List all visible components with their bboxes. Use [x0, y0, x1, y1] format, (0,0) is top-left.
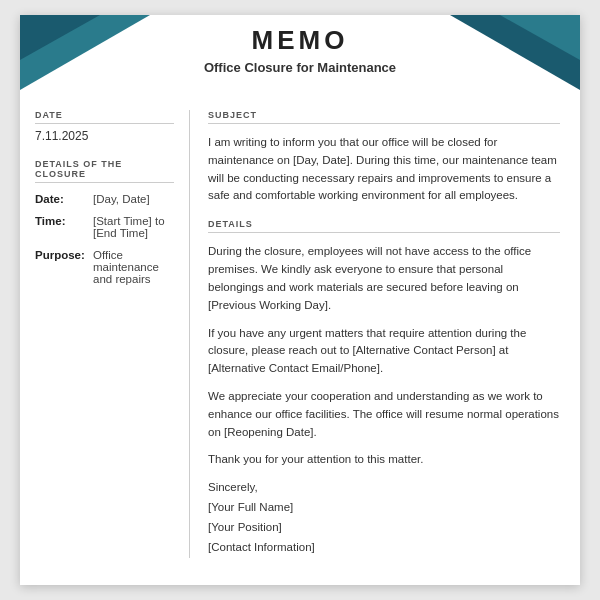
thanks-text: Thank you for your attention to this mat…: [208, 451, 560, 469]
detail-row-date: Date: [Day, Date]: [35, 193, 174, 205]
details-para2: If you have any urgent matters that requ…: [208, 325, 560, 378]
header-center: MEMO Office Closure for Maintenance: [20, 15, 580, 75]
date-section: DATE 7.11.2025: [35, 110, 174, 143]
sign-sincerely: Sincerely,: [208, 479, 560, 497]
memo-body: DATE 7.11.2025 DETAILS OF THE CLOSURE Da…: [20, 90, 580, 578]
detail-time-key: Time:: [35, 215, 93, 227]
detail-time-val: [Start Time] to [End Time]: [93, 215, 174, 239]
detail-date-val: [Day, Date]: [93, 193, 174, 205]
detail-row-purpose: Purpose: Office maintenance and repairs: [35, 249, 174, 285]
subject-label: SUBJECT: [208, 110, 560, 124]
detail-row-time: Time: [Start Time] to [End Time]: [35, 215, 174, 239]
details-para1: During the closure, employees will not h…: [208, 243, 560, 314]
sign-contact: [Contact Information]: [208, 539, 560, 557]
details-section: DETAILS During the closure, employees wi…: [208, 219, 560, 556]
sign-name: [Your Full Name]: [208, 499, 560, 517]
detail-purpose-val: Office maintenance and repairs: [93, 249, 174, 285]
memo-header: MEMO Office Closure for Maintenance: [20, 15, 580, 90]
signature-block: Sincerely, [Your Full Name] [Your Positi…: [208, 479, 560, 556]
date-value: 7.11.2025: [35, 129, 174, 143]
memo-main: SUBJECT I am writing to inform you that …: [190, 110, 560, 558]
memo-subtitle: Office Closure for Maintenance: [20, 60, 580, 75]
details-label: DETAILS: [208, 219, 560, 233]
sign-position: [Your Position]: [208, 519, 560, 537]
detail-date-key: Date:: [35, 193, 93, 205]
subject-text: I am writing to inform you that our offi…: [208, 134, 560, 205]
memo-title: MEMO: [20, 25, 580, 56]
details-para3: We appreciate your cooperation and under…: [208, 388, 560, 441]
memo-sidebar: DATE 7.11.2025 DETAILS OF THE CLOSURE Da…: [35, 110, 190, 558]
closure-details-label: DETAILS OF THE CLOSURE: [35, 159, 174, 183]
detail-purpose-key: Purpose:: [35, 249, 93, 261]
closure-details-section: DETAILS OF THE CLOSURE Date: [Day, Date]…: [35, 159, 174, 285]
memo-page: MEMO Office Closure for Maintenance DATE…: [20, 15, 580, 585]
date-label: DATE: [35, 110, 174, 124]
